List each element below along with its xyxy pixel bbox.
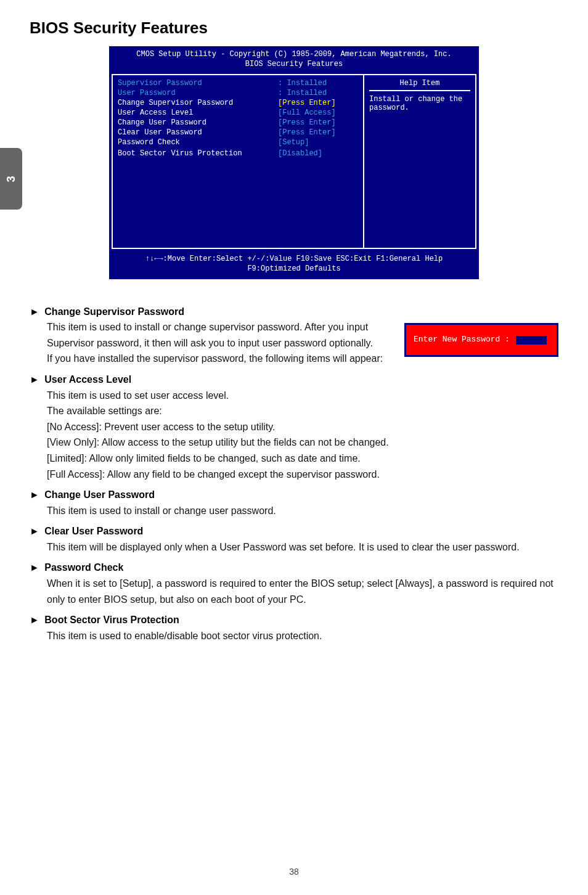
section-header: ► User Access Level <box>30 372 558 388</box>
bios-row-value: : Installed <box>278 79 358 88</box>
bios-row: Change User Password[Press Enter] <box>118 118 358 127</box>
page-number: 38 <box>0 867 588 877</box>
section-title: Clear User Password <box>44 526 143 536</box>
section-title: Boot Sector Virus Protection <box>44 615 179 625</box>
bios-row-value: [Disabled] <box>278 149 358 158</box>
bios-row-value: [Full Access] <box>278 108 358 117</box>
section-header: ► Change Supervisor Password <box>30 304 558 320</box>
bios-row-value: [Press Enter] <box>278 118 358 127</box>
bios-row: User Access Level[Full Access] <box>118 108 358 117</box>
bios-row-label: User Password <box>118 89 278 97</box>
bios-row: User Password: Installed <box>118 89 358 97</box>
bios-help-panel: Help Item Install or change the password… <box>364 75 475 248</box>
bios-row: Change Supervisor Password[Press Enter] <box>118 99 358 107</box>
bios-row-label: Clear User Password <box>118 128 278 137</box>
paragraph: [No Access]: Prevent user access to the … <box>47 419 558 435</box>
bios-help-text: Install or change the password. <box>369 95 470 112</box>
section-header: ► Clear User Password <box>30 523 558 539</box>
section-header: ► Boot Sector Virus Protection <box>30 612 558 628</box>
bios-row-value: [Press Enter] <box>278 128 358 137</box>
arrow-icon: ► <box>30 526 39 536</box>
section-header: ► Change User Password <box>30 487 558 503</box>
bios-row: Supervisor Password: Installed <box>118 79 358 88</box>
paragraph: When it is set to [Setup], a password is… <box>47 576 558 607</box>
bios-row: Boot Sector Virus Protection[Disabled] <box>118 149 358 158</box>
paragraph: [View Only]: Allow access to the setup u… <box>47 435 558 451</box>
bios-row: Password Check[Setup] <box>118 138 358 147</box>
section-title: User Access Level <box>44 374 131 385</box>
bios-row: Clear User Password[Press Enter] <box>118 128 358 137</box>
bios-help-title: Help Item <box>369 79 470 91</box>
password-dialog-label: Enter New Password : <box>414 333 510 346</box>
chapter-number: 3 <box>4 176 17 182</box>
bios-row-value: [Setup] <box>278 138 358 147</box>
section-title: Change User Password <box>44 489 155 500</box>
arrow-icon: ► <box>30 306 39 317</box>
section-body: Enter New Password :This item is used to… <box>30 319 558 367</box>
section-header: ► Password Check <box>30 560 558 576</box>
paragraph: [Limited]: Allow only limited fields to … <box>47 451 558 467</box>
paragraph: This item will be displayed only when a … <box>47 539 558 555</box>
bios-row-label: Change Supervisor Password <box>118 99 278 107</box>
document-content: ► Change Supervisor PasswordEnter New Pa… <box>30 304 558 644</box>
section-title: Password Check <box>44 562 123 573</box>
bios-footer: ↑↓←→:Move Enter:Select +/-/:Value F10:Sa… <box>109 251 479 279</box>
paragraph: This item is used to set user access lev… <box>47 388 558 404</box>
section-title: Change Supervisor Password <box>44 306 184 317</box>
paragraph: [Full Access]: Allow any field to be cha… <box>47 467 558 483</box>
bios-footer-line1: ↑↓←→:Move Enter:Select +/-/:Value F10:Sa… <box>115 254 473 264</box>
bios-header-line2: BIOS Security Features <box>114 60 474 70</box>
bios-footer-line2: F9:Optimized Defaults <box>115 264 473 274</box>
bios-row-label: Boot Sector Virus Protection <box>118 149 278 158</box>
bios-row-label: Supervisor Password <box>118 79 278 88</box>
chapter-tab: 3 <box>0 148 22 210</box>
paragraph: This item is used to install or change u… <box>47 503 558 519</box>
bios-header-line1: CMOS Setup Utility - Copyright (C) 1985-… <box>114 50 474 60</box>
paragraph: The available settings are: <box>47 403 558 419</box>
bios-body: Supervisor Password: InstalledUser Passw… <box>112 74 476 249</box>
bios-row-value: [Press Enter] <box>278 99 358 107</box>
password-input-field <box>516 336 547 345</box>
arrow-icon: ► <box>30 562 39 573</box>
bios-row-label: Password Check <box>118 138 278 147</box>
bios-row-label: User Access Level <box>118 108 278 117</box>
paragraph: This item is used to enable/disable boot… <box>47 628 558 644</box>
bios-header: CMOS Setup Utility - Copyright (C) 1985-… <box>109 46 479 72</box>
bios-screenshot: CMOS Setup Utility - Copyright (C) 1985-… <box>109 46 479 279</box>
arrow-icon: ► <box>30 489 39 500</box>
arrow-icon: ► <box>30 374 39 385</box>
bios-left-panel: Supervisor Password: InstalledUser Passw… <box>113 75 364 248</box>
bios-row-value: : Installed <box>278 89 358 97</box>
page-title: BIOS Security Features <box>30 18 558 38</box>
bios-row-label: Change User Password <box>118 118 278 127</box>
password-dialog: Enter New Password : <box>404 323 558 357</box>
arrow-icon: ► <box>30 615 39 625</box>
